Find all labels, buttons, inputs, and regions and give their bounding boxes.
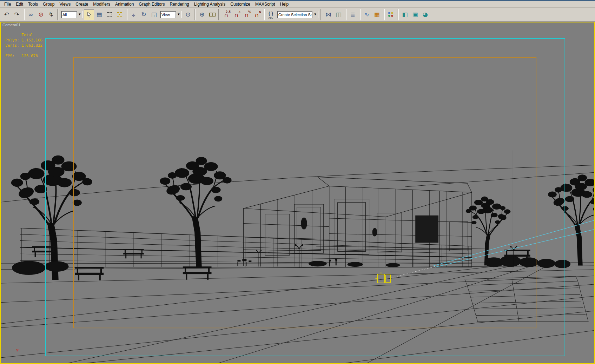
select-and-rotate-button[interactable]: ↻ (139, 9, 149, 20)
select-object-button[interactable] (84, 9, 94, 20)
window-crossing-icon (117, 12, 122, 17)
toolbar-separator (359, 9, 361, 20)
toolbar-separator (194, 9, 196, 20)
spinner-snap-button[interactable]: ∩ ⇅ (252, 9, 262, 20)
toolbar-separator (263, 9, 265, 20)
quick-render-button[interactable]: ◕ (420, 9, 430, 20)
select-by-name-icon: ▤ (96, 12, 102, 18)
menu-item-file[interactable]: File (2, 1, 13, 7)
toolbar-separator (23, 9, 25, 20)
layers-icon: ≣ (350, 12, 355, 18)
manipulate-icon: ⊕ (199, 12, 204, 18)
material-balls-icon (388, 12, 394, 17)
cursor-arrow-icon (87, 12, 91, 18)
scene-wireframe[interactable] (1, 22, 594, 363)
menu-item-help[interactable]: Help (278, 1, 291, 7)
selection-filter-dropdown[interactable]: All ▼ (61, 11, 83, 18)
menu-item-graph-editors[interactable]: Graph Editors (136, 1, 167, 7)
toolbar-separator (218, 9, 220, 20)
selection-filter-arrow[interactable]: ▼ (77, 11, 82, 18)
menu-item-maxscript[interactable]: MAXScript (253, 1, 278, 7)
toolbar-separator (345, 9, 346, 20)
menu-item-create[interactable]: Create (73, 1, 91, 7)
menu-item-views[interactable]: Views (57, 1, 73, 7)
align-button[interactable]: ◫ (333, 9, 344, 20)
rendered-frame-button[interactable]: ▣ (410, 9, 420, 20)
unlink-icon: ⊘ (38, 12, 43, 18)
menu-bar: FileEditToolsGroupViewsCreateModifiersAn… (0, 1, 595, 8)
menu-item-lighting-analysis[interactable]: Lighting Analysis (192, 1, 228, 7)
viewport-label[interactable]: Camera01 (2, 23, 20, 27)
snap-mode-badge: 2.5 (226, 11, 231, 14)
curve-editor-icon: ∿ (364, 12, 369, 18)
snaps-toggle-button[interactable]: ∩ 2.5 (221, 9, 231, 20)
select-by-name-button[interactable]: ▤ (94, 9, 104, 20)
axis-x-label: x (16, 348, 18, 352)
material-editor-button[interactable] (386, 9, 396, 20)
align-icon: ◫ (336, 12, 341, 18)
snap-magnet-icon: ∩ (254, 12, 259, 18)
toolbar-separator (126, 9, 127, 20)
menu-item-customize[interactable]: Customize (228, 1, 253, 7)
select-and-move-button[interactable]: ↔ ↕ (128, 9, 139, 20)
bind-to-spacewarp-icon: ↯ (48, 12, 53, 18)
window-crossing-toggle[interactable] (114, 9, 125, 20)
keyboard-override-toggle[interactable] (207, 9, 217, 20)
mirror-icon: ⋈ (325, 12, 331, 18)
unlink-selection-button[interactable]: ⊘ (36, 9, 46, 20)
rect-selection-region-button[interactable] (104, 9, 114, 20)
mirror-button[interactable]: ⋈ (323, 9, 333, 20)
select-and-manipulate-button[interactable]: ⊕ (197, 9, 207, 20)
coord-system-dropdown[interactable]: View ▼ (160, 11, 182, 18)
edit-named-sets-button[interactable]: {} ABC (266, 9, 276, 20)
toolbar-separator (383, 9, 385, 20)
schematic-view-icon: ▦ (374, 12, 379, 18)
schematic-view-button[interactable]: ▦ (372, 9, 382, 20)
viewport-statistics: Total Polys: 1,152,166 Verts: 1,063,822 … (5, 32, 42, 59)
selection-filter-value: All (61, 11, 77, 18)
max-application-window: FileEditToolsGroupViewsCreateModifiersAn… (0, 0, 595, 364)
keyboard-icon (209, 13, 216, 16)
named-sets-braces-icon: {} (268, 11, 274, 16)
named-sets-dropdown[interactable]: Create Selection Set ▼ (277, 11, 318, 18)
toolbar-separator (397, 9, 399, 20)
layer-manager-button[interactable]: ≣ (348, 9, 358, 20)
named-sets-arrow[interactable]: ▼ (312, 11, 318, 18)
camera-viewport[interactable]: Camera01 Total Polys: 1,152,166 Verts: 1… (0, 22, 595, 364)
menu-item-animation[interactable]: Animation (113, 1, 136, 7)
toolbar-separator (320, 9, 322, 20)
render-setup-button[interactable]: ◧ (400, 9, 410, 20)
curve-editor-button[interactable]: ∿ (362, 9, 372, 20)
scale-icon: ◱ (151, 12, 157, 18)
menu-item-tools[interactable]: Tools (26, 1, 40, 7)
rect-region-icon (107, 12, 112, 17)
menu-item-rendering[interactable]: Rendering (167, 1, 191, 7)
redo-button[interactable]: ↷ (12, 9, 22, 20)
rotate-icon: ↻ (141, 12, 146, 18)
main-toolbar: ↶ ↷ ∞ ⊘ ↯ All ▼ ▤ ↔ ↕ ↻ ◱ View ▼ ⊙ (0, 8, 595, 22)
select-and-scale-button[interactable]: ◱ (149, 9, 159, 20)
redo-icon: ↷ (14, 12, 19, 18)
undo-button[interactable]: ↶ (1, 9, 12, 20)
chevron-down-icon: ▼ (79, 13, 80, 16)
viewport-background (1, 22, 594, 363)
angle-snap-button[interactable]: ∩ ∠ (231, 9, 242, 20)
menu-item-group[interactable]: Group (40, 1, 57, 7)
bind-to-spacewarp-button[interactable]: ↯ (46, 9, 56, 20)
percent-snap-button[interactable]: ∩ % (242, 9, 252, 20)
use-pivot-center-button[interactable]: ⊙ (183, 9, 193, 20)
toolbar-separator (57, 9, 59, 20)
named-sets-value: Create Selection Set (277, 11, 312, 18)
menu-item-modifiers[interactable]: Modifiers (91, 1, 113, 7)
select-and-link-button[interactable]: ∞ (26, 9, 36, 20)
render-setup-icon: ◧ (402, 12, 408, 18)
menu-item-edit[interactable]: Edit (13, 1, 26, 7)
dark-block (415, 216, 438, 243)
spinner-badge: ⇅ (259, 11, 261, 14)
quick-render-icon: ◕ (423, 12, 428, 18)
abc-label: ABC (269, 16, 273, 19)
angle-badge: ∠ (238, 11, 241, 14)
move-icon: ↔ ↕ (131, 12, 137, 18)
undo-icon: ↶ (4, 12, 9, 18)
coord-system-arrow[interactable]: ▼ (176, 11, 181, 18)
